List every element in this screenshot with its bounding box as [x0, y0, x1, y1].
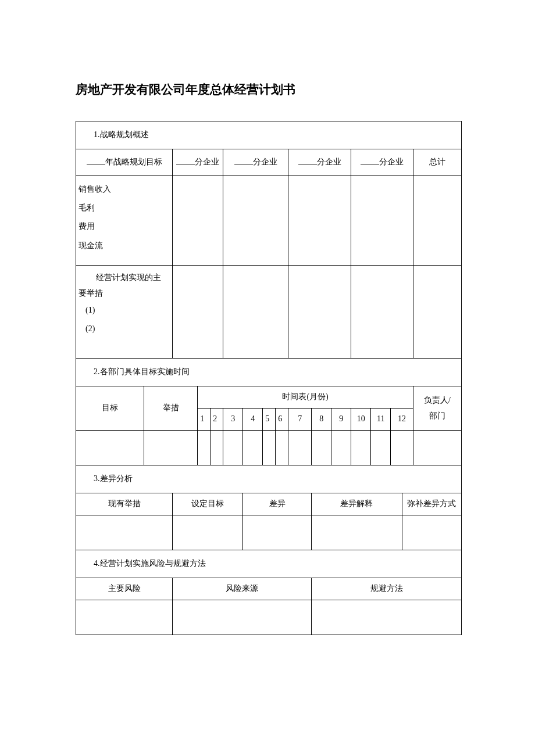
metrics-sub1-cell[interactable] [173, 175, 223, 266]
resp-line2: 部门 [429, 411, 445, 420]
section4-header: 4.经营计划实施风险与规避方法 [76, 550, 462, 578]
month-3: 3 [223, 409, 243, 431]
month-1: 1 [198, 409, 211, 431]
s4-col-source: 风险来源 [173, 578, 312, 600]
measures-sub4-cell[interactable] [351, 266, 413, 359]
measures-sub3-cell[interactable] [288, 266, 351, 359]
month-7: 7 [288, 409, 312, 431]
month-6: 6 [276, 409, 288, 431]
sub-label-2: 分企业 [253, 157, 277, 166]
month-10: 10 [351, 409, 371, 431]
metrics-sub2-cell[interactable] [223, 175, 288, 266]
month-9: 9 [331, 409, 351, 431]
sub-enterprise-col-1: 分企业 [173, 149, 223, 175]
s2-m5-cell[interactable] [263, 431, 276, 465]
s2-timetable-header: 时间表(月份) [198, 386, 413, 409]
month-5: 5 [263, 409, 276, 431]
s3-existing-cell[interactable] [76, 515, 173, 550]
month-8: 8 [312, 409, 331, 431]
s3-col-diff: 差异 [243, 493, 312, 515]
s3-col-target: 设定目标 [173, 493, 243, 515]
metrics-sub3-cell[interactable] [288, 175, 351, 266]
s3-col-remedy: 弥补差异方式 [402, 493, 461, 515]
s3-remedy-cell[interactable] [402, 515, 461, 550]
metric-expense: 费用 [79, 217, 170, 236]
sub-blank-2[interactable] [234, 157, 253, 164]
s4-col-risk: 主要风险 [76, 578, 173, 600]
s2-col-responsible: 负责人/ 部门 [413, 386, 461, 431]
sub-label-4: 分企业 [379, 157, 404, 166]
document-title: 房地产开发有限公司年度总体经营计划书 [76, 81, 477, 98]
metrics-sub4-cell[interactable] [351, 175, 413, 266]
measures-total-cell[interactable] [413, 266, 461, 359]
measures-labels-cell: 经营计划实现的主 要举措 (1) (2) [76, 266, 173, 359]
measures-sub2-cell[interactable] [223, 266, 288, 359]
sub-label-1: 分企业 [195, 157, 219, 166]
metrics-total-cell[interactable] [413, 175, 461, 266]
measures-header-line1: 经营计划实现的主 [79, 270, 170, 286]
metric-sales: 销售收入 [79, 180, 170, 199]
sub-blank-3[interactable] [298, 157, 317, 164]
s3-target-cell[interactable] [173, 515, 243, 550]
sub-label-3: 分企业 [317, 157, 341, 166]
measures-item-2: (2) [79, 320, 170, 338]
month-12: 12 [391, 409, 413, 431]
s2-measure-cell[interactable] [144, 431, 198, 465]
s2-m10-cell[interactable] [351, 431, 371, 465]
s2-m8-cell[interactable] [312, 431, 331, 465]
s2-m6-cell[interactable] [276, 431, 288, 465]
s4-source-cell[interactable] [173, 600, 312, 635]
sub-blank-1[interactable] [176, 157, 195, 164]
s2-target-cell[interactable] [76, 431, 144, 465]
s3-col-explain: 差异解释 [312, 493, 402, 515]
sub-blank-4[interactable] [361, 157, 379, 164]
section3-header: 3.差异分析 [76, 465, 462, 493]
measures-header-line2: 要举措 [79, 286, 170, 302]
s2-responsible-cell[interactable] [413, 431, 461, 465]
s2-m7-cell[interactable] [288, 431, 312, 465]
s2-m2-cell[interactable] [211, 431, 223, 465]
total-col: 总计 [413, 149, 461, 175]
s3-explain-cell[interactable] [312, 515, 402, 550]
month-4: 4 [243, 409, 263, 431]
sub-enterprise-col-3: 分企业 [288, 149, 351, 175]
s2-col-measure: 举措 [144, 386, 198, 431]
resp-line1: 负责人/ [424, 396, 451, 404]
metric-cashflow: 现金流 [79, 237, 170, 255]
s2-m11-cell[interactable] [371, 431, 391, 465]
s2-col-target: 目标 [76, 386, 144, 431]
s2-m12-cell[interactable] [391, 431, 413, 465]
s4-col-avoid: 规避方法 [312, 578, 462, 600]
month-11: 11 [371, 409, 391, 431]
s2-m9-cell[interactable] [331, 431, 351, 465]
year-blank[interactable] [87, 157, 105, 164]
measures-item-1: (1) [79, 301, 170, 320]
s2-m3-cell[interactable] [223, 431, 243, 465]
section2-header: 2.各部门具体目标实施时间 [76, 359, 462, 386]
document-page: 房地产开发有限公司年度总体经营计划书 1.战略规划概述 年战略规划目标 分企业 … [0, 0, 535, 756]
metrics-labels-cell: 销售收入 毛利 费用 现金流 [76, 175, 173, 266]
plan-form-table: 1.战略规划概述 年战略规划目标 分企业 分企业 分企业 分企业 总计 销 [76, 121, 462, 635]
sub-enterprise-col-4: 分企业 [351, 149, 413, 175]
metric-gross: 毛利 [79, 199, 170, 217]
s3-col-existing: 现有举措 [76, 493, 173, 515]
s4-risk-cell[interactable] [76, 600, 173, 635]
year-label-suffix: 年战略规划目标 [105, 157, 162, 166]
s3-diff-cell[interactable] [243, 515, 312, 550]
sub-enterprise-col-2: 分企业 [223, 149, 288, 175]
strategic-target-col: 年战略规划目标 [76, 149, 173, 175]
s4-avoid-cell[interactable] [312, 600, 462, 635]
measures-sub1-cell[interactable] [173, 266, 223, 359]
month-2: 2 [211, 409, 223, 431]
s2-m1-cell[interactable] [198, 431, 211, 465]
section1-header: 1.战略规划概述 [76, 121, 462, 149]
s2-m4-cell[interactable] [243, 431, 263, 465]
